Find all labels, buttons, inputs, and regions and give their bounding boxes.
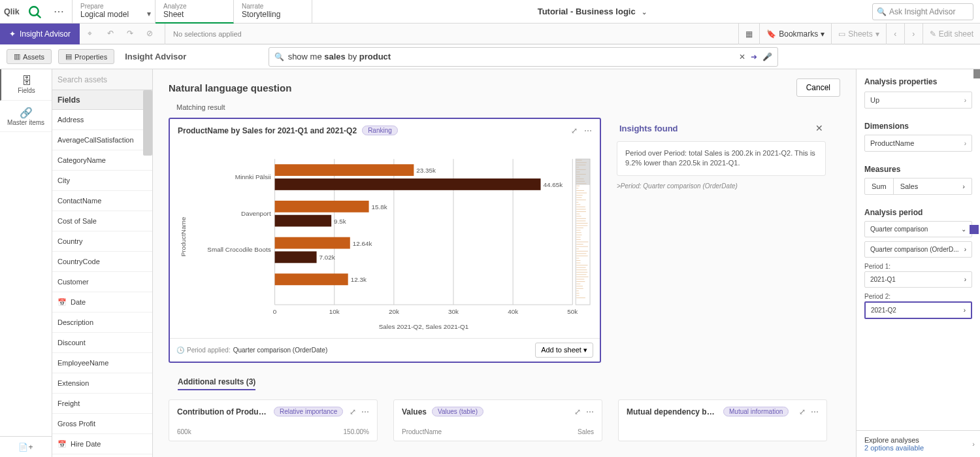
panel-icon: ▤ [65,52,72,61]
nlq-search-input[interactable]: 🔍 show me sales by product ✕ ➜ 🎤 [269,47,778,67]
microphone-icon[interactable]: 🎤 [762,52,772,61]
close-icon[interactable]: ✕ [815,123,823,133]
nav-tab-analyze[interactable]: Analyze Sheet [155,0,234,24]
fullscreen-icon[interactable]: ⤢ [574,407,581,416]
prev-sheet-button[interactable]: ‹ [886,24,904,44]
rp-p1-label: Period 1: [857,262,980,271]
bookmarks-dropdown[interactable]: 🔖 Bookmarks ▾ [759,24,831,44]
main: 🗄 Fields 🔗 Master items 📄+ Search assets… [0,69,980,457]
next-sheet-button[interactable]: › [904,24,923,44]
properties-tab[interactable]: ▤ Properties [58,49,114,64]
selection-bar: ✦ Insight Advisor ⌖ ↶ ↷ ⊘ No selections … [0,24,980,44]
edit-sheet-button[interactable]: ✎ Edit sheet [923,24,980,44]
analysis-type-pill: Mutual information [723,407,789,416]
fields-search-placeholder: Search assets [57,75,107,84]
fullscreen-icon[interactable]: ⤢ [799,407,806,416]
field-row[interactable]: Extension [52,373,152,394]
topbar: Qlik ⋯ Prepare Logical model ▾ Analyze S… [0,0,980,24]
field-row[interactable]: CountryCode [52,252,152,272]
field-name: EmployeeName [57,359,108,367]
chart-card: ProductName by Sales for 2021-Q1 and 202… [169,118,601,363]
clear-selections-icon[interactable]: ⊘ [146,29,157,39]
fullscreen-icon[interactable]: ⤢ [571,126,578,135]
svg-rect-13 [275,178,541,190]
sheets-dropdown[interactable]: ▭ Sheets ▾ [831,24,885,44]
cancel-button[interactable]: Cancel [796,78,840,97]
fields-search-input[interactable]: Search assets [52,69,152,90]
rp-period2-value[interactable]: 2021-Q2 › [864,301,972,319]
rail-fields[interactable]: 🗄 Fields [0,69,52,101]
rp-up-label: Up [870,96,879,104]
field-row[interactable]: Customer [52,272,152,292]
nav-tab-narrate[interactable]: Narrate Storytelling [234,0,312,24]
step-back-icon[interactable]: ↶ [107,29,118,39]
field-row[interactable]: Country [52,231,152,252]
rp-dimension-value[interactable]: ProductName › [864,135,972,152]
field-row[interactable]: Address [52,110,152,130]
chevron-right-icon[interactable]: › [972,440,975,448]
chevron-right-icon: › [962,182,965,190]
submit-icon[interactable]: ➜ [751,52,757,61]
fullscreen-icon[interactable]: ⤢ [350,407,356,416]
field-row[interactable]: Cost of Sale [52,211,152,231]
notes-button[interactable]: 📄+ [0,436,52,457]
field-row[interactable]: City [52,171,152,191]
field-row[interactable]: CategoryName [52,150,152,171]
step-forward-icon[interactable]: ↷ [127,29,137,39]
nlq-title: Natural language question [169,82,291,93]
rp-dimensions-header: Dimensions [857,114,980,135]
insight-advisor-button[interactable]: ✦ Insight Advisor [0,24,80,44]
svg-text:Small Crocodile Boots: Small Crocodile Boots [207,246,270,253]
checkbox-icon[interactable] [970,225,979,234]
clear-icon[interactable]: ✕ [739,52,745,61]
selections-tool-icon[interactable]: ▦ [738,24,759,44]
field-row[interactable]: AverageCallSatisfaction [52,130,152,150]
field-row[interactable]: Freight [52,394,152,414]
field-name: Freight [57,399,80,407]
qlik-logo[interactable]: Qlik [0,0,46,24]
matching-result-label: Matching result [176,103,840,111]
assets-tab[interactable]: ▥ Assets [7,49,52,64]
sparkle-icon: ✦ [9,29,16,39]
rp-period1-value[interactable]: 2021-Q1 › [864,271,972,288]
rp-explore-link[interactable]: 2 options available [864,444,972,452]
field-row[interactable]: 📅Date [52,292,152,313]
addl-title: Contribution of Product... [177,407,269,416]
additional-card: Mutual dependency bet... Mutual informat… [618,399,827,441]
chevron-down-icon: ▾ [147,9,151,18]
rp-ap-text: Quarter comparison [870,226,928,233]
bar-chart: ProductName Minnki Pälsii23.35k44.65kDav… [178,142,592,338]
rp-analysis-period-header: Analysis period [857,200,980,221]
field-row[interactable]: EmployeeName [52,353,152,373]
rp-period-type[interactable]: Quarter comparison ⌄ [864,221,972,237]
rp-sort-direction[interactable]: Up › [864,92,972,109]
more-icon[interactable]: ⋯ [586,407,594,416]
global-search-placeholder: Ask Insight Advisor [889,7,955,16]
scrollbar-thumb[interactable] [143,90,152,156]
scrollbar-thumb[interactable] [973,69,980,78]
field-row[interactable]: Discount [52,333,152,353]
insights-title: Insights found [619,124,678,133]
smart-search-icon[interactable]: ⌖ [88,29,98,39]
chevron-right-icon: › [964,276,966,283]
more-icon[interactable]: ⋯ [46,5,72,18]
app-title[interactable]: Tutorial - Business logic ⌄ [312,7,872,16]
fields-list[interactable]: AddressAverageCallSatisfactionCategoryNa… [52,110,152,457]
rp-measure-value[interactable]: Sum Sales› [864,178,972,195]
field-row[interactable]: 📅Hire Date [52,434,152,454]
field-row[interactable]: Description [52,313,152,333]
chevron-right-icon: › [964,140,966,147]
search-icon: 🔍 [274,52,284,61]
addl-title: Mutual dependency bet... [627,407,718,416]
add-to-sheet-button[interactable]: Add to sheet ▾ [535,343,593,358]
field-row[interactable]: Gross Profit [52,414,152,434]
nav-tab-prepare[interactable]: Prepare Logical model ▾ [72,0,155,24]
field-row[interactable]: ContactName [52,191,152,211]
rail-master-items[interactable]: 🔗 Master items [0,101,52,132]
global-search[interactable]: 🔍 Ask Insight Advisor [872,3,973,20]
rp-period-detail[interactable]: Quarter comparison (OrderD... › [864,241,972,258]
svg-text:30k: 30k [448,308,459,315]
more-icon[interactable]: ⋯ [584,126,592,135]
more-icon[interactable]: ⋯ [811,407,819,416]
more-icon[interactable]: ⋯ [361,407,369,416]
